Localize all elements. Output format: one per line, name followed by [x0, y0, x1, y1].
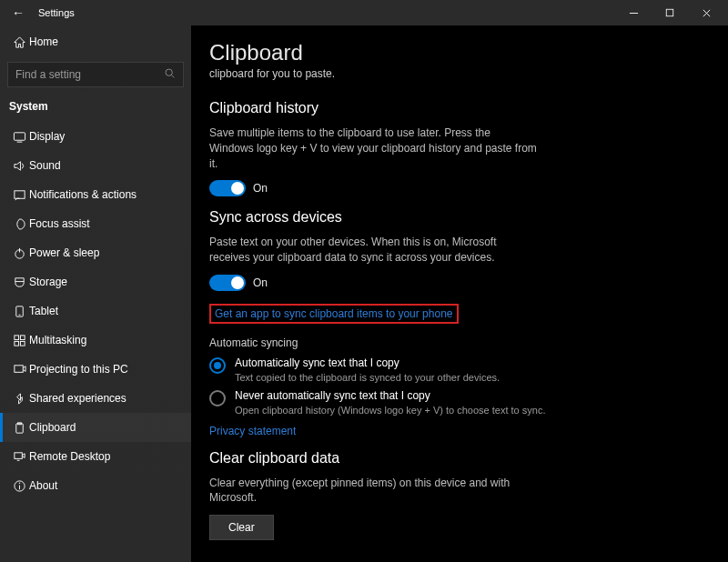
- clear-button[interactable]: Clear: [209, 515, 274, 540]
- page-subtext: clipboard for you to paste.: [209, 67, 710, 80]
- projecting-icon: [9, 363, 29, 376]
- sync-desc: Paste text on your other devices. When t…: [209, 235, 537, 266]
- sidebar-home-label: Home: [29, 35, 58, 48]
- sidebar-item-label: Display: [29, 130, 65, 143]
- svg-line-5: [172, 75, 175, 78]
- sidebar-item-multitasking[interactable]: Multitasking: [0, 326, 191, 355]
- window-title: Settings: [38, 7, 75, 18]
- focus-assist-icon: [9, 217, 29, 231]
- svg-rect-15: [20, 335, 25, 339]
- close-button[interactable]: [688, 8, 724, 18]
- sound-icon: [9, 159, 29, 173]
- sync-heading: Sync across devices: [209, 209, 710, 226]
- search-input[interactable]: [15, 68, 164, 81]
- radio-0[interactable]: [209, 357, 226, 374]
- notifications-icon: [9, 188, 29, 202]
- sidebar-item-label: Remote Desktop: [29, 450, 110, 463]
- sidebar-item-tablet[interactable]: Tablet: [0, 296, 191, 326]
- sidebar-item-shared-experiences[interactable]: Shared experiences: [0, 384, 191, 413]
- sidebar-item-label: Multitasking: [29, 334, 86, 346]
- tablet-icon: [9, 305, 29, 318]
- sidebar-item-about[interactable]: About: [0, 471, 191, 500]
- sidebar-item-label: Sound: [29, 159, 61, 172]
- search-icon: [164, 67, 176, 82]
- sync-option-1[interactable]: Never automatically sync text that I cop…: [209, 389, 592, 416]
- radio-1[interactable]: [209, 390, 226, 406]
- sidebar-item-display[interactable]: Display: [0, 122, 191, 151]
- sidebar-search[interactable]: [7, 62, 184, 87]
- clear-heading: Clear clipboard data: [209, 450, 710, 467]
- sync-option-0[interactable]: Automatically sync text that I copyText …: [209, 356, 592, 384]
- radio-desc-0: Text copied to the clipboard is synced t…: [235, 371, 500, 384]
- history-heading: Clipboard history: [209, 100, 710, 116]
- sidebar-item-label: Shared experiences: [29, 392, 126, 405]
- sync-toggle[interactable]: [209, 275, 246, 291]
- page-title: Clipboard: [209, 40, 710, 65]
- sidebar-item-power-sleep[interactable]: Power & sleep: [0, 238, 191, 267]
- shared-experiences-icon: [9, 392, 29, 406]
- sidebar-item-sound[interactable]: Sound: [0, 151, 191, 180]
- power-sleep-icon: [9, 246, 29, 260]
- radio-label-1: Never automatically sync text that I cop…: [235, 389, 545, 402]
- about-icon: [9, 479, 29, 493]
- auto-sync-heading: Automatic syncing: [209, 336, 710, 349]
- svg-rect-8: [14, 190, 24, 197]
- sidebar-item-label: Storage: [29, 276, 67, 288]
- svg-rect-21: [14, 452, 21, 458]
- get-app-link[interactable]: Get an app to sync clipboard items to yo…: [215, 307, 453, 320]
- svg-rect-17: [20, 341, 25, 346]
- sidebar-item-notifications[interactable]: Notifications & actions: [0, 180, 191, 209]
- sidebar-item-clipboard[interactable]: Clipboard: [0, 413, 191, 442]
- sidebar-item-label: Projecting to this PC: [29, 363, 128, 376]
- back-button[interactable]: ←: [4, 5, 33, 20]
- svg-point-25: [18, 482, 19, 483]
- display-icon: [9, 130, 29, 144]
- sidebar-item-focus-assist[interactable]: Focus assist: [0, 209, 191, 238]
- sidebar-home[interactable]: Home: [0, 27, 191, 56]
- maximize-button[interactable]: [652, 8, 688, 17]
- multitasking-icon: [9, 334, 29, 347]
- svg-rect-6: [14, 132, 25, 139]
- sidebar-item-label: Notifications & actions: [29, 188, 136, 201]
- sidebar-item-label: Tablet: [29, 305, 58, 317]
- history-desc: Save multiple items to the clipboard to …: [209, 125, 537, 171]
- sidebar-item-label: Focus assist: [29, 217, 90, 230]
- svg-point-4: [166, 69, 172, 75]
- remote-desktop-icon: [9, 450, 29, 464]
- storage-icon: [9, 276, 29, 289]
- titlebar: ← Settings: [0, 0, 728, 25]
- home-icon: [9, 35, 29, 49]
- sidebar-item-label: About: [29, 479, 57, 492]
- sidebar-group-heading: System: [0, 96, 191, 122]
- radio-label-0: Automatically sync text that I copy: [235, 356, 500, 369]
- highlighted-link-box: Get an app to sync clipboard items to yo…: [209, 304, 459, 324]
- radio-desc-1: Open clipboard history (Windows logo key…: [235, 404, 545, 416]
- minimize-button[interactable]: [615, 8, 652, 18]
- main-content: Clipboard clipboard for you to paste. Cl…: [191, 25, 728, 562]
- svg-rect-1: [666, 9, 673, 16]
- settings-window: ← Settings Home: [0, 0, 728, 562]
- sync-toggle-state: On: [253, 276, 268, 289]
- sidebar-item-label: Clipboard: [29, 421, 76, 434]
- svg-rect-18: [14, 365, 22, 372]
- sidebar-list: DisplaySoundNotifications & actionsFocus…: [0, 122, 191, 500]
- history-toggle[interactable]: [209, 180, 246, 196]
- clipboard-icon: [9, 421, 29, 435]
- sidebar-item-label: Power & sleep: [29, 246, 99, 259]
- svg-rect-16: [14, 341, 18, 346]
- sidebar-item-storage[interactable]: Storage: [0, 267, 191, 296]
- sidebar-item-projecting[interactable]: Projecting to this PC: [0, 355, 191, 384]
- history-toggle-state: On: [253, 182, 268, 195]
- clear-desc: Clear everything (except pinned items) o…: [209, 476, 537, 507]
- sidebar: Home System DisplaySoundNotifications & …: [0, 25, 191, 562]
- privacy-link[interactable]: Privacy statement: [209, 425, 296, 437]
- svg-rect-19: [15, 423, 23, 432]
- sidebar-item-remote-desktop[interactable]: Remote Desktop: [0, 442, 191, 471]
- svg-rect-14: [14, 335, 18, 339]
